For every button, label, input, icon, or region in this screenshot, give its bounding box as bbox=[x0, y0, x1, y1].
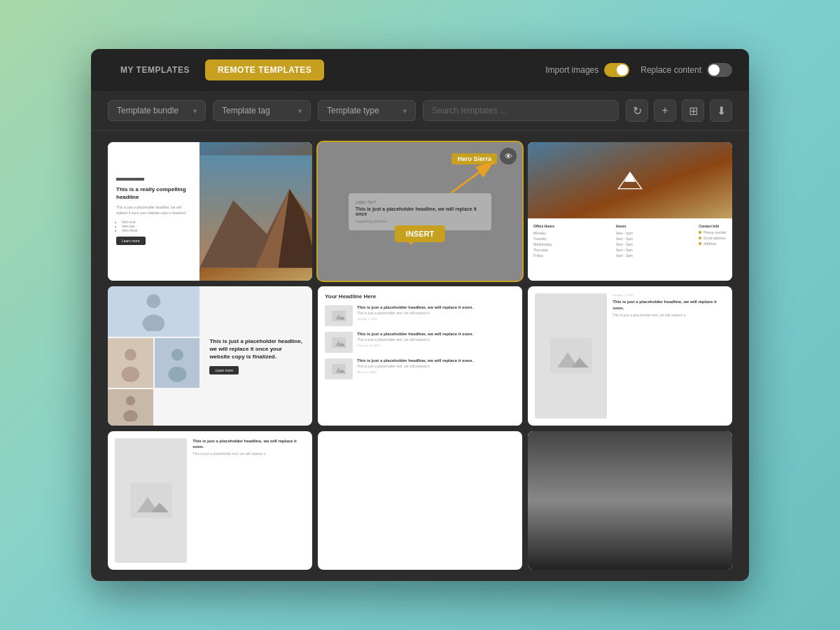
tag-dropdown[interactable]: Template tag ▾ bbox=[213, 100, 311, 121]
import-images-toggle[interactable] bbox=[604, 63, 629, 77]
col-item: Monday bbox=[533, 231, 610, 235]
svg-point-13 bbox=[121, 366, 139, 382]
person-photo-2 bbox=[108, 338, 153, 388]
dark-image-bg bbox=[528, 431, 732, 570]
template-card-simple-blog[interactable]: January 5, 2024 This is just a placehold… bbox=[528, 286, 732, 425]
tag-chevron-icon: ▾ bbox=[298, 107, 302, 115]
sierra-small-text: LABEL TEXT bbox=[356, 200, 484, 204]
add-button[interactable]: + bbox=[654, 99, 676, 122]
download-icon: ⬇ bbox=[717, 104, 726, 118]
import-images-knob bbox=[617, 64, 628, 76]
card-blank-content bbox=[318, 431, 522, 570]
contact-row: Email address bbox=[699, 236, 727, 240]
template-card-blank[interactable] bbox=[318, 431, 522, 570]
tab-my-templates[interactable]: MY TEMPLATES bbox=[108, 59, 202, 80]
card-body: This is just a placeholder headline, we … bbox=[116, 205, 191, 216]
card-simple-blog-content: January 5, 2024 This is just a placehold… bbox=[528, 286, 732, 425]
card-headline: This is a really compelling headline bbox=[116, 186, 191, 201]
si-headline: This is just a placeholder headline, we … bbox=[192, 438, 305, 450]
logo-table-bottom: Office Hours Monday Tuesday Wednesday Th… bbox=[528, 218, 732, 281]
template-card-hero-sierra[interactable]: LABEL TEXT This is just a placeholder he… bbox=[318, 142, 522, 281]
header: MY TEMPLATES REMOTE TEMPLATES Import ima… bbox=[91, 49, 749, 91]
si-desc: This is just a placeholder text, we will… bbox=[192, 451, 305, 456]
template-card-hero-mountain[interactable]: This is a really compelling headline Thi… bbox=[108, 142, 312, 281]
bundle-dropdown[interactable]: Template bundle ▾ bbox=[108, 100, 206, 121]
blog-headline: This is just a placeholder headline, we … bbox=[357, 332, 473, 336]
blog-item-3: This is just a placeholder headline, we … bbox=[325, 358, 515, 379]
replace-content-group: Replace content bbox=[640, 63, 732, 77]
svg-line-6 bbox=[451, 161, 494, 192]
template-card-dark-image[interactable] bbox=[528, 431, 732, 570]
team-text: This is just a placeholder headline, we … bbox=[200, 286, 312, 425]
col-item: 9am - 5pm bbox=[616, 237, 693, 241]
blog-desc: This is just a placeholder text, we will… bbox=[357, 337, 473, 342]
simple-blog-thumb bbox=[535, 293, 607, 418]
card-hero-mountain-content: This is a really compelling headline Thi… bbox=[108, 142, 312, 281]
blog-headline: This is just a placeholder headline, we … bbox=[357, 305, 473, 309]
si-thumb bbox=[115, 438, 187, 563]
team-cta-button[interactable]: Learn more bbox=[209, 366, 239, 374]
template-card-simple-image[interactable]: This is just a placeholder headline, we … bbox=[108, 431, 312, 570]
template-card-blog-list[interactable]: Your Headline Here This is just a placeh… bbox=[318, 286, 522, 425]
bundle-chevron-icon: ▾ bbox=[193, 107, 197, 115]
search-wrap[interactable] bbox=[423, 100, 619, 121]
card-cta-button[interactable]: Learn more bbox=[116, 237, 146, 245]
blog-text-3: This is just a placeholder headline, we … bbox=[357, 358, 473, 374]
card-mountain-image bbox=[200, 142, 312, 281]
table-col-1: Office Hours Monday Tuesday Wednesday Th… bbox=[533, 224, 610, 275]
svg-point-17 bbox=[123, 410, 138, 422]
insert-button[interactable]: INSERT bbox=[395, 225, 445, 242]
contact-header: Contact Info bbox=[699, 224, 727, 228]
svg-point-12 bbox=[125, 349, 136, 360]
template-card-team[interactable]: This is just a placeholder headline, we … bbox=[108, 286, 312, 425]
col-item: Thursday bbox=[533, 248, 610, 252]
col-item: Wednesday bbox=[533, 242, 610, 246]
person-photo-3 bbox=[155, 338, 200, 388]
sb-date: January 5, 2024 bbox=[612, 293, 725, 297]
card-team-content: This is just a placeholder headline, we … bbox=[108, 286, 312, 425]
blog-date: February 15, 2024 bbox=[357, 344, 473, 347]
col-header: Office Hours bbox=[533, 224, 610, 228]
sb-headline: This is just a placeholder headline, we … bbox=[612, 299, 725, 311]
blog-thumb-2 bbox=[325, 332, 353, 353]
contact-row: Phone number bbox=[699, 230, 727, 234]
blog-item-1: This is just a placeholder headline, we … bbox=[325, 305, 515, 326]
col-item: 9am - 3pm bbox=[616, 253, 693, 258]
contact-row: Address bbox=[699, 241, 727, 246]
svg-rect-30 bbox=[130, 483, 172, 518]
header-right: Import images Replace content bbox=[545, 63, 732, 77]
contact-section: Contact Info Phone number Email address … bbox=[699, 224, 727, 275]
card-dark-image-content bbox=[528, 431, 732, 570]
blog-text-1: This is just a placeholder headline, we … bbox=[357, 305, 473, 321]
card-blog-content: Your Headline Here This is just a placeh… bbox=[318, 286, 522, 425]
blog-date: January 1, 2024 bbox=[357, 317, 473, 321]
col-item: 9am - 5pm bbox=[616, 242, 693, 246]
import-images-group: Import images bbox=[545, 63, 629, 77]
team-headline: This is just a placeholder headline, we … bbox=[209, 337, 302, 361]
card-list: Item one Item two Item three bbox=[116, 220, 191, 232]
svg-marker-9 bbox=[624, 172, 636, 181]
contact-dot bbox=[699, 237, 701, 239]
type-dropdown[interactable]: Template type ▾ bbox=[318, 100, 416, 121]
template-grid: This is a really compelling headline Thi… bbox=[91, 131, 749, 581]
search-input[interactable] bbox=[432, 106, 610, 115]
refresh-button[interactable]: ↻ bbox=[626, 99, 648, 122]
template-card-logo-table[interactable]: Office Hours Monday Tuesday Wednesday Th… bbox=[528, 142, 732, 281]
sierra-sub: Supporting text here bbox=[356, 219, 484, 223]
svg-point-10 bbox=[147, 295, 161, 309]
save-button[interactable]: ⊞ bbox=[682, 99, 704, 122]
svg-point-16 bbox=[126, 396, 135, 405]
tab-remote-templates[interactable]: REMOTE TEMPLATES bbox=[205, 59, 324, 80]
col-item: Friday bbox=[533, 253, 610, 258]
sierra-preview: LABEL TEXT This is just a placeholder he… bbox=[349, 193, 491, 230]
logo-line bbox=[116, 178, 144, 181]
replace-content-toggle[interactable] bbox=[707, 63, 732, 77]
blog-desc: This is just a placeholder text, we will… bbox=[357, 364, 473, 369]
download-button[interactable]: ⬇ bbox=[710, 99, 732, 122]
si-text: This is just a placeholder headline, we … bbox=[192, 438, 305, 563]
card-left-content: This is a really compelling headline Thi… bbox=[108, 142, 200, 281]
svg-point-15 bbox=[168, 366, 186, 382]
svg-rect-27 bbox=[550, 338, 592, 373]
preview-eye-button[interactable]: 👁 bbox=[500, 148, 517, 164]
blog-date: March 10, 2024 bbox=[357, 370, 473, 374]
